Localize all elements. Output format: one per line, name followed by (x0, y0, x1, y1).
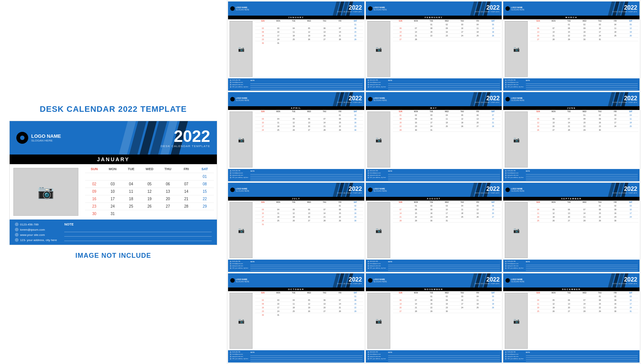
mini-day-cell: 28 (317, 128, 332, 131)
mini-thu-hdr: THU (317, 20, 332, 22)
mini-day-cell (530, 313, 546, 316)
mini-header: LOGO NAMESLOGAN HERE 2022 DESK CALENDAR … (228, 183, 364, 197)
mini-sat-hdr: SAT (485, 292, 501, 294)
mini-day-cell: 30 (608, 309, 623, 313)
mini-grid: SUN MON TUE WED THU FRI SAT 010203040506… (254, 201, 364, 260)
mini-day-cell (623, 37, 638, 41)
mini-month-bar: MARCH (503, 16, 640, 19)
mini-day-cell: 24 (608, 124, 623, 128)
logo-icon (16, 132, 28, 144)
mini-photo: 📷 (367, 111, 390, 168)
mini-day-cell: 01 (332, 113, 348, 117)
mini-day-cell: 04 (455, 204, 470, 207)
mini-web-row: www.your-site.com (368, 265, 386, 267)
mini-note: NOTE (250, 79, 362, 90)
mini-wed-hdr: WED (302, 20, 317, 22)
mini-day-cell (348, 313, 363, 316)
mini-phone-icon (368, 79, 369, 81)
mini-day-cell: 03 (271, 26, 286, 30)
mini-days-hdr: SUN MON TUE WED THU FRI SAT (393, 111, 501, 113)
mini-photo: 📷 (505, 293, 528, 349)
mini-day-cell (623, 218, 638, 222)
mini-note-lines (526, 263, 638, 271)
mini-day-cell: 12 (286, 211, 302, 215)
mini-day-cell (317, 131, 332, 135)
mini-web-row: www.your-site.com (505, 84, 523, 85)
mini-day-cell: 11 (623, 117, 638, 120)
mini-day-cell (546, 113, 562, 117)
mini-day-cell: 04 (439, 113, 455, 117)
mini-logo-text: LOGO NAMESLOGAN HERE (374, 278, 387, 283)
mini-year-sub: DESK CALENDAR TEMPLATE (612, 283, 637, 285)
mini-day-cell (439, 131, 455, 135)
mini-thu-hdr: THU (455, 201, 470, 203)
mini-logo-text: LOGO NAMESLOGAN HERE (236, 278, 249, 283)
mini-day-cell: 06 (317, 26, 332, 30)
mini-day-cell (530, 22, 546, 26)
mini-day-cell: 01 (424, 294, 439, 298)
mini-email-icon (230, 354, 231, 355)
mini-body: 📷 SUN MON TUE WED THU FRI SAT 0102030405… (503, 291, 640, 350)
email-icon (15, 228, 19, 231)
mini-day-cell: 04 (470, 294, 485, 298)
mini-day-cell: 07 (317, 117, 332, 120)
mini-phone-row: 0123-456-789 (505, 79, 523, 81)
mini-note: NOTE (526, 351, 638, 361)
mini-days-hdr: SUN MON TUE WED THU FRI SAT (393, 292, 501, 294)
mini-logo: LOGO NAMESLOGAN HERE (368, 97, 387, 101)
mini-day-cell: 23 (408, 124, 424, 128)
mini-day-cell: 18 (470, 302, 485, 305)
mini-year-sub: DESK CALENDAR TEMPLATE (475, 283, 500, 285)
mini-day-cell: 15 (348, 30, 363, 33)
mini-day-cell: 17 (455, 30, 470, 33)
mini-day-cell: 20 (317, 305, 332, 309)
mini-day-cell: 19 (546, 215, 562, 218)
mini-camera-icon: 📷 (375, 137, 382, 143)
mini-day-cell: 30 (348, 128, 363, 131)
mini-day-cell: 27 (561, 218, 577, 222)
mini-day-cell: 29 (592, 218, 608, 222)
mini-day-cell (317, 41, 332, 45)
mini-day-cell (408, 313, 424, 316)
mini-day-cell (424, 222, 439, 226)
mini-phone-icon (230, 79, 231, 81)
day-cell: 04 (122, 180, 140, 188)
mini-camera-icon: 📷 (513, 46, 520, 52)
mini-sat-hdr: SAT (348, 201, 363, 203)
mini-grid: SUN MON TUE WED THU FRI SAT 010203040506… (254, 110, 364, 169)
mini-note-lines (250, 82, 362, 90)
address-row: 123- your address, city here (15, 238, 57, 242)
mini-day-cell: 20 (546, 124, 562, 128)
mini-sat-hdr: SAT (485, 20, 501, 22)
mini-day-cell: 13 (393, 30, 409, 33)
web-icon (15, 233, 19, 237)
mini-day-cell: 05 (546, 207, 562, 211)
mini-footer: 0123-456-789 lorem@ipsum.com www.your-si… (366, 260, 502, 272)
mini-cal-july: LOGO NAMESLOGAN HERE 2022 DESK CALENDAR … (228, 183, 364, 272)
mini-day-cell (255, 113, 271, 117)
mini-day-cell: 27 (317, 37, 332, 41)
mini-day-cell: 17 (255, 215, 271, 218)
mini-day-cell (332, 313, 348, 316)
mini-day-cell: 11 (470, 298, 485, 302)
mini-day-cell: 10 (623, 207, 638, 211)
mini-logo-dot (368, 6, 372, 11)
mini-year-number: 2022 (612, 5, 637, 11)
mini-header: LOGO NAMESLOGAN HERE 2022 DESK CALENDAR … (503, 273, 640, 287)
day-cell (122, 210, 140, 217)
mini-grid: SUN MON TUE WED THU FRI SAT 010203040506… (529, 19, 640, 78)
mini-year-number: 2022 (475, 5, 500, 11)
mini-email-icon (230, 82, 231, 83)
mini-day-cell (592, 313, 608, 316)
mini-day-cell: 26 (546, 309, 562, 313)
mini-day-cell: 08 (348, 298, 363, 302)
mini-day-cell: 09 (408, 117, 424, 120)
mini-year-sub: DESK CALENDAR TEMPLATE (337, 283, 362, 285)
mini-day-cell: 18 (271, 215, 286, 218)
mini-day-cell: 31 (271, 41, 286, 45)
mini-contact: 0123-456-789 lorem@ipsum.com www.your-si… (230, 79, 248, 90)
mini-day-cell: 10 (439, 207, 455, 211)
mini-mon-hdr: MON (546, 292, 562, 294)
mini-day-cell: 25 (530, 309, 546, 313)
mini-day-cell: 03 (592, 22, 608, 26)
